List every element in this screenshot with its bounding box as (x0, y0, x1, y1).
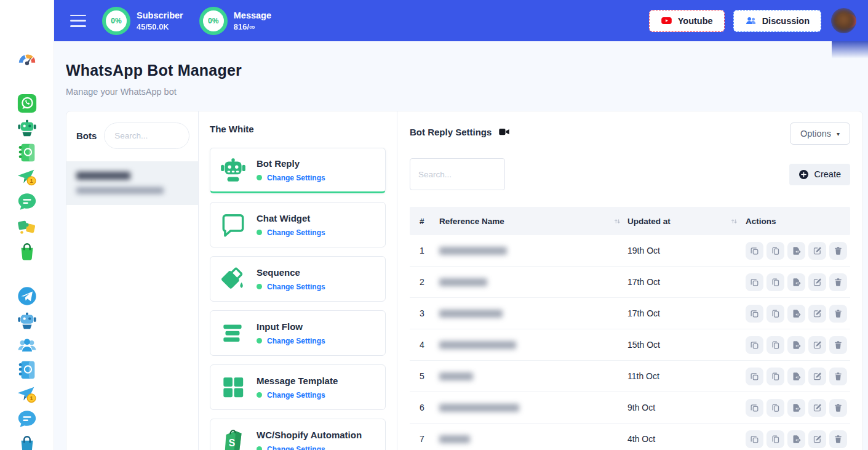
delete-icon (834, 309, 843, 318)
sidebar-item-telegram-group[interactable] (17, 335, 38, 356)
sidebar-item-whatsapp-broadcast[interactable]: 1 (17, 167, 38, 188)
sidebar-item-whatsapp-chat[interactable] (17, 191, 38, 212)
delete-button[interactable] (829, 273, 847, 291)
delete-button[interactable] (829, 242, 847, 260)
reply-search-input[interactable] (410, 158, 505, 190)
youtube-button[interactable]: Youtube (649, 10, 725, 32)
setting-card-message-template[interactable]: Message Template Change Settings (210, 364, 386, 410)
telegram-chat-icon (17, 409, 38, 430)
copy-button[interactable] (766, 368, 784, 385)
sidebar-item-telegram[interactable] (17, 286, 38, 307)
delete-button[interactable] (829, 368, 847, 385)
discussion-button[interactable]: Discussion (733, 10, 821, 32)
delete-button[interactable] (829, 430, 847, 448)
copy-button[interactable] (766, 242, 784, 260)
clone-button[interactable] (746, 305, 763, 323)
menu-toggle-button[interactable] (70, 15, 86, 27)
sidebar-item-whatsapp-contacts[interactable] (17, 142, 38, 163)
clone-icon (750, 278, 759, 287)
copy-button[interactable] (766, 273, 784, 291)
export-button[interactable] (787, 273, 805, 291)
setting-card-bot-reply[interactable]: Bot Reply Change Settings (210, 148, 386, 193)
video-camera-icon[interactable] (499, 127, 509, 137)
sidebar-item-telegram-store[interactable] (17, 433, 38, 450)
options-button[interactable]: Options ▾ (790, 123, 850, 145)
copy-button[interactable] (766, 430, 784, 448)
sidebar-item-telegram-chat[interactable] (17, 409, 38, 430)
copy-button[interactable] (766, 305, 784, 323)
edit-button[interactable] (808, 305, 826, 323)
edit-icon (813, 403, 822, 412)
status-dot (257, 338, 262, 344)
updated-at-cell: 15th Oct (627, 340, 746, 350)
clone-button[interactable] (746, 242, 763, 260)
dashboard-logo[interactable] (15, 48, 39, 71)
svg-text:1: 1 (30, 177, 33, 184)
sidebar-item-whatsapp-integrations[interactable] (17, 216, 38, 237)
bots-panel-title: Bots (76, 131, 97, 141)
edit-button[interactable] (808, 336, 826, 354)
change-settings-link[interactable]: Change Settings (267, 445, 325, 450)
clone-button[interactable] (746, 336, 763, 354)
change-settings-link[interactable]: Change Settings (267, 391, 325, 400)
export-icon (792, 278, 801, 287)
status-dot (257, 392, 262, 398)
change-settings-link[interactable]: Change Settings (267, 283, 325, 291)
message-value: 816/∞ (234, 22, 271, 31)
sidebar-item-telegram-bot[interactable] (17, 310, 38, 331)
export-button[interactable] (787, 242, 805, 260)
edit-button[interactable] (808, 399, 826, 417)
setting-name: Message Template (257, 376, 338, 386)
redacted-reference-name (439, 435, 470, 443)
export-button[interactable] (787, 305, 805, 323)
clone-button[interactable] (746, 273, 763, 291)
change-settings-link[interactable]: Change Settings (267, 228, 325, 237)
export-button[interactable] (787, 399, 805, 417)
export-button[interactable] (787, 336, 805, 354)
create-button-label: Create (814, 169, 841, 179)
change-settings-link[interactable]: Change Settings (267, 174, 325, 182)
sidebar-item-whatsapp-store[interactable] (17, 241, 38, 262)
subscriber-percent: 0% (111, 17, 121, 25)
copy-button[interactable] (766, 336, 784, 354)
row-index: 3 (410, 308, 439, 318)
sidebar-item-whatsapp[interactable] (17, 93, 38, 114)
create-button[interactable]: Create (789, 164, 850, 185)
delete-button[interactable] (829, 305, 847, 323)
row-actions (746, 305, 850, 323)
edit-button[interactable] (808, 368, 826, 385)
clone-button[interactable] (746, 430, 763, 448)
sidebar-item-telegram-broadcast[interactable]: 1 (17, 384, 38, 405)
updated-at-cell: 9th Oct (627, 403, 746, 412)
delete-icon (834, 246, 843, 255)
copy-icon (771, 246, 780, 255)
chevron-down-icon: ▾ (837, 131, 840, 137)
telegram-group-icon (17, 335, 38, 356)
edit-button[interactable] (808, 430, 826, 448)
redacted-reference-name (439, 341, 516, 349)
status-dot (257, 230, 262, 235)
setting-card-shopify-automation[interactable]: S WC/Shopify Automation Change Settings (210, 419, 386, 450)
delete-button[interactable] (829, 399, 847, 417)
clone-button[interactable] (746, 368, 763, 385)
user-avatar[interactable] (831, 8, 856, 33)
bots-search-input[interactable] (104, 123, 189, 149)
sort-icon[interactable] (730, 217, 738, 225)
change-settings-link[interactable]: Change Settings (267, 337, 325, 345)
delete-button[interactable] (829, 336, 847, 354)
sidebar-item-telegram-contacts[interactable] (17, 360, 38, 380)
sidebar-item-whatsapp-bot[interactable] (17, 118, 38, 139)
setting-card-sequence[interactable]: Sequence Change Settings (210, 256, 386, 302)
clone-button[interactable] (746, 399, 763, 417)
updated-at-cell: 4th Oct (627, 434, 746, 444)
setting-card-chat-widget[interactable]: Chat Widget Change Settings (210, 202, 386, 247)
edit-button[interactable] (808, 273, 826, 291)
sort-icon[interactable] (613, 217, 621, 225)
export-button[interactable] (787, 368, 805, 385)
edit-button[interactable] (808, 242, 826, 260)
bot-list-item-selected[interactable] (66, 161, 198, 205)
status-dot (257, 175, 262, 180)
export-button[interactable] (787, 430, 805, 448)
setting-card-input-flow[interactable]: Input Flow Change Settings (210, 310, 386, 356)
copy-button[interactable] (766, 399, 784, 417)
